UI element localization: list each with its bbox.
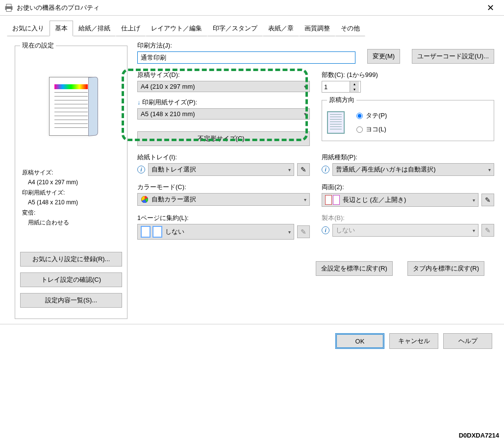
orientation-icon	[327, 111, 345, 134]
tray-select[interactable]: 自動トレイ選択 ▾	[148, 163, 294, 176]
print-method-input[interactable]	[137, 51, 355, 64]
cancel-button[interactable]: キャンセル	[389, 333, 438, 349]
tab-other[interactable]: その他	[335, 21, 365, 36]
aggregate-label: 1ページに集約(L):	[137, 214, 310, 222]
svg-rect-1	[6, 4, 11, 6]
preview-panel: 現在の設定 原稿サイズ: A4 (210 x 297 mm) 印刷用紙サイズ: …	[15, 41, 127, 319]
paper-size-select[interactable]: A5 (148 x 210 mm) ▾	[137, 108, 310, 120]
register-favorite-button[interactable]: お気に入り設定に登録(R)...	[20, 252, 122, 267]
summary-zoom-value: 用紙に合わせる	[22, 218, 120, 227]
color-mode-value: 自動カラー選択	[151, 195, 196, 204]
tab-layout[interactable]: レイアウト／編集	[146, 21, 207, 36]
tab-cover[interactable]: 表紙／章	[263, 21, 299, 36]
print-method-label: 印刷方法(J):	[137, 41, 355, 50]
chevron-down-icon: ▾	[473, 228, 475, 233]
chevron-down-icon: ▾	[288, 167, 291, 172]
settings-list-button[interactable]: 設定内容一覧(S)...	[20, 293, 122, 308]
summary-zoom-label: 変倍:	[22, 208, 120, 218]
info-icon: i	[322, 226, 329, 234]
svg-rect-2	[6, 8, 11, 11]
orientation-landscape[interactable]: ヨコ(L)	[356, 125, 387, 134]
user-code-button[interactable]: ユーザーコード設定(U)...	[412, 49, 494, 64]
tray-edit-button[interactable]: ✎	[297, 163, 310, 176]
chevron-down-icon: ▾	[488, 167, 491, 172]
dialog-title: お使いの機器名のプロパティ	[17, 3, 480, 12]
titlebar: お使いの機器名のプロパティ ✕	[0, 0, 504, 16]
chevron-down-icon: ▾	[288, 229, 291, 235]
doc-preview	[29, 60, 113, 153]
aggregate-edit-button: ✎	[297, 225, 310, 238]
booklet-label: 製本(B):	[322, 214, 494, 222]
portrait-radio[interactable]	[356, 113, 363, 119]
copies-input[interactable]	[322, 81, 350, 92]
paper-size-value: A5 (148 x 210 mm)	[141, 110, 195, 118]
change-method-button[interactable]: 変更(M)	[367, 49, 401, 64]
tab-basic[interactable]: 基本	[50, 21, 73, 36]
orientation-group: 原稿方向 タテ(P) ヨコ(L)	[322, 96, 494, 141]
custom-size-button[interactable]: 不定形サイズ(C)...	[137, 131, 310, 146]
tabbar: お気に入り 基本 給紙／排紙 仕上げ レイアウト／編集 印字／スタンプ 表紙／章…	[0, 16, 504, 36]
reset-tab-button[interactable]: タブ内を標準に戻す(R)	[407, 261, 484, 276]
orientation-legend: 原稿方向	[327, 96, 356, 104]
chevron-down-icon: ▾	[473, 197, 475, 203]
tab-favorites[interactable]: お気に入り	[7, 21, 50, 36]
reset-all-button[interactable]: 全設定を標準に戻す(R)	[316, 261, 393, 276]
duplex-select[interactable]: 長辺とじ (左／上開き) ▾	[322, 193, 479, 207]
color-wheel-icon	[141, 196, 149, 203]
chevron-down-icon: ▾	[304, 111, 306, 117]
spin-down[interactable]: ▾	[350, 87, 359, 92]
tray-label: 給紙トレイ(I):	[137, 153, 310, 162]
paper-type-select[interactable]: 普通紙／再生紙(ハガキは自動選択) ▾	[332, 163, 494, 176]
info-icon: i	[137, 166, 145, 173]
doc-size-value: A4 (210 x 297 mm)	[141, 83, 195, 90]
paper-size-label: ↓ 印刷用紙サイズ(P):	[137, 98, 310, 107]
summary-papersize-value: A5 (148 x 210 mm)	[22, 197, 120, 207]
booklet-edit-button: ✎	[481, 224, 494, 237]
tray-value: 自動トレイ選択	[151, 165, 196, 174]
color-mode-label: カラーモード(C):	[137, 183, 310, 192]
copies-spinner[interactable]: ▴▾	[322, 81, 361, 93]
aggregate-icon	[141, 226, 162, 238]
close-button[interactable]: ✕	[480, 2, 500, 13]
summary-papersize-label: 印刷用紙サイズ:	[22, 188, 120, 197]
settings-summary: 原稿サイズ: A4 (210 x 297 mm) 印刷用紙サイズ: A5 (14…	[20, 163, 122, 232]
booklet-select: しない ▾	[332, 224, 479, 237]
color-mode-select[interactable]: 自動カラー選択 ▾	[137, 193, 310, 206]
chevron-down-icon: ▾	[304, 197, 306, 202]
aggregate-select[interactable]: しない ▾	[137, 224, 294, 240]
check-tray-button[interactable]: トレイ設定の確認(C)	[20, 272, 122, 287]
help-button[interactable]: ヘルプ	[443, 333, 492, 349]
dialog-footer: OK キャンセル ヘルプ	[0, 324, 504, 358]
paper-type-label: 用紙種類(P):	[322, 153, 494, 162]
printer-icon	[4, 3, 14, 13]
copies-label: 部数(C): (1から999)	[322, 71, 494, 79]
duplex-label: 両面(2):	[322, 183, 494, 192]
ok-button[interactable]: OK	[335, 333, 384, 349]
orientation-portrait[interactable]: タテ(P)	[356, 111, 387, 120]
chevron-down-icon: ▾	[304, 84, 306, 89]
preview-legend: 現在の設定	[20, 41, 56, 50]
summary-docsize-value: A4 (210 x 297 mm)	[22, 177, 120, 187]
duplex-edit-button[interactable]: ✎	[481, 194, 494, 206]
doc-preview-page	[49, 77, 93, 136]
doc-size-select[interactable]: A4 (210 x 297 mm) ▾	[137, 81, 310, 92]
tab-finishing[interactable]: 仕上げ	[116, 21, 146, 36]
image-code: D0DXDA7214	[459, 432, 499, 439]
landscape-radio[interactable]	[356, 126, 363, 133]
tab-quality[interactable]: 画質調整	[299, 21, 335, 36]
info-icon: i	[322, 166, 329, 173]
booklet-value: しない	[336, 226, 355, 235]
paper-type-value: 普通紙／再生紙(ハガキは自動選択)	[336, 165, 436, 174]
summary-docsize-label: 原稿サイズ:	[22, 168, 120, 177]
duplex-value: 長辺とじ (左／上開き)	[343, 196, 406, 204]
duplex-icon	[325, 195, 340, 205]
tab-paper-feed[interactable]: 給紙／排紙	[73, 21, 116, 36]
tab-stamp[interactable]: 印字／スタンプ	[207, 21, 263, 36]
aggregate-value: しない	[165, 227, 184, 236]
spin-up[interactable]: ▴	[350, 81, 359, 87]
doc-size-label: 原稿サイズ(D):	[137, 71, 310, 79]
doc-preview-flip	[88, 76, 98, 136]
